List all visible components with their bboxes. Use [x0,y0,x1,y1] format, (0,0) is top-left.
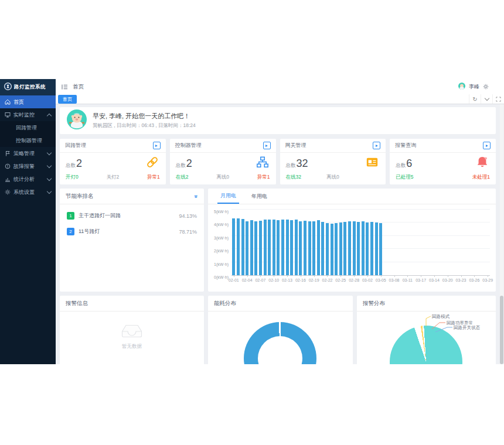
bar [321,222,324,275]
settings-icon [5,189,11,195]
open-link-icon[interactable] [153,142,161,149]
open-link-icon[interactable] [373,142,380,149]
ranking-row-0: 1主干道路灯一回路94.13% [60,208,204,224]
energy-dist-panel: 能耗分布 [208,296,353,364]
stat-card-1: 控制器管理总数2在线2离线0异常1 [170,139,276,184]
welcome-greeting: 早安, 李峰, 开始您一天的工作吧！ [93,112,196,121]
stat-value [427,174,459,181]
sidebar-item-2[interactable]: 策略管理 [0,147,56,160]
chart-y-axis: 0(kW·h)1(kW·h)2(kW·h)3(kW·h)4(kW·h)5(kW·… [208,210,230,275]
gear-icon[interactable] [483,81,489,92]
tab-home[interactable]: 首页 [58,95,77,104]
bell-icon [476,156,489,171]
usage-chart-plot: 02-0102-0402-0702-1002-1302-1602-1902-22… [231,210,490,276]
stat-card-3: 报警查询总数6已处理5未处理1 [390,139,496,184]
stats-icon [5,176,11,182]
pie-slice-label: 回路模式 [432,314,449,320]
x-axis-tick [448,275,448,277]
alarm-pie-chart [390,326,462,364]
breadcrumb-item[interactable]: 首页 [73,83,84,91]
gateway-icon [366,156,379,171]
strategy-icon [5,150,11,156]
stat-card-2: 网关管理总数32在线32离线0 [280,139,386,184]
sidebar-item-3[interactable]: 故障报警 [0,160,56,173]
chevron-up-icon [47,113,52,118]
bar [254,221,257,275]
alarm-dist-title: 报警分布 [363,300,385,307]
alarm-dist-panel: 报警分布 回路模式回路功率异常回路开关状态 [357,296,496,364]
bar [379,223,382,275]
stat-card-header: 回路管理 [60,139,166,153]
stat-value: 异常1 [128,174,160,181]
tab-yearly-usage[interactable]: 年用电 [248,189,270,204]
usage-chart-panel: 月用电 年用电 0(kW·h)1(kW·h)2(kW·h)3(kW·h)4(kW… [208,189,496,292]
stat-card-body: 总数32 [280,153,386,171]
saving-rate-value: 94.13% [179,213,197,219]
sidebar-item-4[interactable]: 统计分析 [0,173,56,186]
bar [308,221,311,275]
open-link-icon[interactable] [263,142,271,149]
scrollbar-thumb[interactable] [500,296,503,364]
sidebar-subitem-0[interactable]: 回路管理 [0,121,56,134]
stat-card-body: 总数6 [390,153,496,171]
bar [290,220,293,275]
welcome-location-info: 翼帆园区 , 日出时间：06:43 , 日落时间：18:24 [93,122,196,129]
x-axis-tick [434,275,435,277]
stat-card-body: 总数2 [170,153,276,171]
x-axis-tick [367,275,368,277]
ranking-panel: 节能率排名 » 1主干道路灯一回路94.13%211号路灯78.71% [60,189,204,292]
sidebar-item-5[interactable]: 系统设置 [0,186,56,198]
ranking-title: 节能率排名 [66,193,94,200]
stat-total: 总数2 [66,158,82,170]
x-axis-tick [247,275,248,277]
x-axis-tick [314,275,315,277]
app-title: 路灯监控系统 [14,84,46,91]
chevron-down-icon [47,189,52,194]
user-avatar[interactable] [458,81,465,92]
sidebar-item-label: 实时监控 [13,111,35,119]
sidebar-subitem-1[interactable]: 控制器管理 [0,134,56,147]
y-tick-label: 4(kW·h) [214,222,229,227]
bar [312,221,315,275]
sidebar-item-0[interactable]: 首页 [0,95,56,108]
user-name[interactable]: 李峰 [469,83,479,91]
stat-total: 总数6 [396,158,412,170]
stat-card-footer: 在线32离线0 [280,174,386,181]
sidebar-item-label: 策略管理 [13,150,35,158]
sidebar-item-label: 故障报警 [13,163,35,170]
bar [286,220,289,275]
x-axis-tick [381,275,382,277]
empty-state: 暂无数据 [60,323,204,350]
app-logo: 路灯监控系统 [0,79,56,95]
x-axis-tick [421,275,421,277]
stat-total: 总数2 [176,158,192,170]
stat-card-header: 网关管理 [280,139,386,153]
energy-dist-title: 能耗分布 [214,300,236,307]
menu-fold-icon[interactable] [62,81,68,92]
bar [317,220,320,275]
refresh-icon[interactable]: ↻ [469,94,481,104]
chevron-down-icon[interactable] [481,94,492,104]
chevron-down-icon [47,163,52,168]
rank-badge: 2 [67,228,74,235]
open-link-icon[interactable] [483,142,491,149]
stat-card-footer: 已处理5未处理1 [390,174,496,181]
stat-value [349,174,380,181]
sidebar-item-1[interactable]: 实时监控 [0,108,56,121]
tab-monthly-usage[interactable]: 月用电 [217,189,239,204]
stat-value: 在线32 [286,174,318,181]
double-chevron-down-icon[interactable]: » [193,194,200,198]
link-icon [146,156,159,171]
fullscreen-icon[interactable] [492,94,504,104]
chevron-down-icon [47,150,52,155]
stat-card-footer: 开灯0关灯2异常1 [60,174,166,181]
ranking-list: 1主干道路灯一回路94.13%211号路灯78.71% [60,208,204,239]
ranking-row-1: 211号路灯78.71% [60,224,204,239]
bar [304,221,307,275]
bar [339,222,342,275]
stat-total: 总数32 [286,158,308,170]
top-header: 首页 李峰 [56,79,504,94]
stat-value: 在线2 [176,174,207,181]
alarm-info-title: 报警信息 [66,300,88,307]
bar [343,222,346,275]
